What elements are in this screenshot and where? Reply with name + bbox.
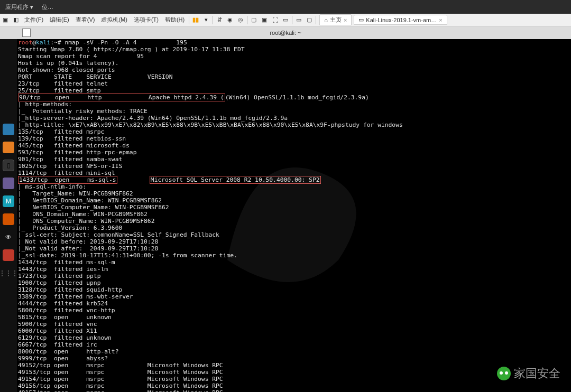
dock: ▯ M 👁 ⋮⋮⋮ [0, 39, 17, 392]
window-button[interactable] [22, 29, 31, 37]
highlight-port-90: 90/tcp open http Apache httpd 2.4.39 ( [18, 94, 225, 101]
cherrytree-icon[interactable] [3, 249, 14, 261]
vm-icon: ▭ [358, 16, 364, 23]
wechat-icon [497, 367, 511, 380]
close-icon[interactable]: × [344, 17, 347, 23]
burp-icon[interactable] [3, 213, 14, 225]
show-apps-icon[interactable]: ⋮⋮⋮ [3, 267, 14, 279]
home-icon: ⌂ [324, 17, 328, 23]
files-icon[interactable] [3, 124, 14, 135]
snapshot-mgr-icon[interactable]: ◎ [235, 15, 246, 25]
tool1-icon[interactable]: ▭ [293, 15, 304, 25]
metasploit-icon[interactable]: M [3, 195, 14, 207]
firefox-icon[interactable] [3, 142, 14, 153]
menu-help[interactable]: 帮助(H) [162, 16, 188, 24]
logo-icon: ▣ [0, 15, 11, 25]
window-title: root@kali: ~ [270, 30, 301, 36]
vm-tab[interactable]: ▭ Kali-Linux-2019.1-vm-am… × [354, 15, 447, 25]
layout-icon[interactable]: ▢ [248, 15, 259, 25]
terminal-titlebar: root@kali: ~ [0, 26, 571, 39]
gnome-topbar: 应用程序 ▾ 位… [0, 0, 571, 14]
menu-tabs[interactable]: 选项卡(T) [131, 16, 162, 24]
menu-file[interactable]: 文件(F) [21, 16, 47, 24]
layout2-icon[interactable]: ▣ [259, 15, 270, 25]
maltego-icon[interactable]: 👁 [3, 231, 14, 243]
menu-edit[interactable]: 编辑(E) [47, 16, 72, 24]
fullscreen-icon[interactable]: ⛶ [270, 15, 280, 25]
terminal[interactable]: root@kali:~# nmap -sV -Pn -O -A 4 195 St… [17, 39, 571, 392]
watermark: 家国安全 [497, 366, 560, 381]
dropdown-icon[interactable]: ▾ [201, 15, 211, 25]
terminal-icon[interactable]: ▯ [3, 160, 14, 171]
tool2-icon[interactable]: ▢ [304, 15, 315, 25]
unity-icon[interactable]: ▭ [280, 15, 291, 25]
menu-vm[interactable]: 虚拟机(M) [98, 16, 131, 24]
places-menu[interactable]: 位… [40, 3, 56, 11]
terminal-output: root@kali:~# nmap -sV -Pn -O -A 4 195 St… [18, 39, 570, 392]
highlight-mssql: Microsoft SQL Server 2008 R2 10.50.4000.… [150, 176, 321, 184]
menu-view[interactable]: 查看(V) [72, 16, 98, 24]
close-icon[interactable]: × [439, 17, 442, 23]
applications-menu[interactable]: 应用程序 ▾ [3, 3, 35, 11]
send-key-icon[interactable]: ⇵ [214, 15, 225, 25]
vmware-menubar: ▣ ◧ 文件(F) 编辑(E) 查看(V) 虚拟机(M) 选项卡(T) 帮助(H… [0, 14, 571, 26]
pause-icon[interactable]: ▮▮ [190, 15, 201, 25]
editor-icon[interactable] [3, 178, 14, 189]
home-tab[interactable]: ⌂ 主页 × [319, 14, 352, 25]
nav-icon[interactable]: ◧ [11, 15, 21, 25]
highlight-port-1433: 1433/tcp open ms-sql-s [18, 176, 117, 184]
snapshot-icon[interactable]: ◉ [225, 15, 235, 25]
